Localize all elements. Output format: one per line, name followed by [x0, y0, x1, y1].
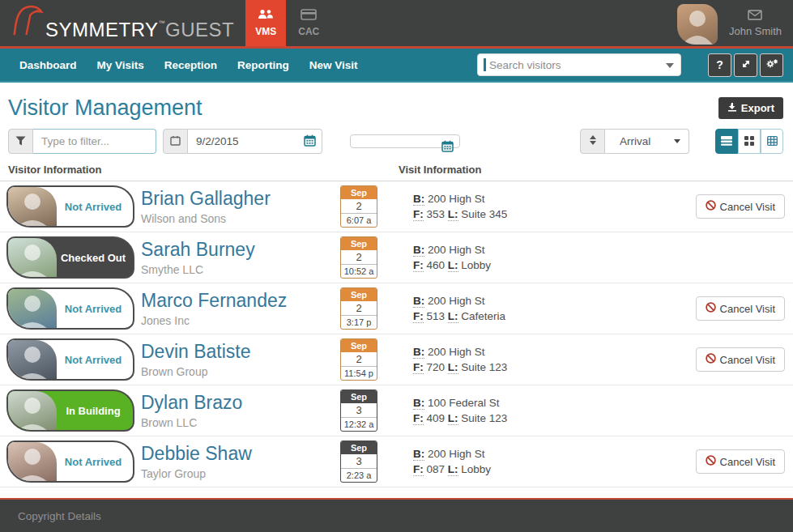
cancel-visit-button[interactable]: Cancel Visit [696, 347, 785, 372]
user-name: John Smith [729, 25, 782, 37]
ban-icon [706, 302, 716, 315]
visitor-name[interactable]: Sarah Burney [141, 239, 340, 260]
expand-icon [740, 58, 752, 72]
column-visit-information: Visit Information [399, 164, 481, 176]
visit-info: B: 200 High St F: 513 L: Cafeteria [386, 293, 678, 324]
visit-info: B: 200 High St F: 720 L: Suite 123 [386, 344, 678, 375]
ban-icon [706, 200, 716, 213]
visitor-status-badge: Not Arrived [6, 287, 134, 330]
visitor-name[interactable]: Dylan Brazo [141, 392, 340, 413]
visitor-name[interactable]: Brian Gallagher [141, 188, 340, 209]
table-row: In Building Dylan Brazo Brown LLC Sep 3 … [0, 385, 793, 436]
gears-icon [765, 58, 778, 72]
expand-button[interactable] [734, 53, 757, 77]
status-label: In Building [57, 391, 133, 430]
mail-icon [748, 9, 762, 23]
funnel-icon [15, 134, 26, 149]
view-list-button[interactable] [715, 129, 738, 154]
text-caret [484, 58, 486, 71]
calendar-icon [170, 134, 181, 149]
tab-vms[interactable]: VMS [245, 0, 286, 46]
table-view-icon [767, 134, 778, 149]
export-button[interactable]: Export [718, 97, 783, 119]
nav-item-reception[interactable]: Reception [164, 59, 217, 71]
ban-icon [706, 353, 716, 366]
table-row: Not Arrived Marco Fernandez Jones Inc Se… [0, 283, 793, 334]
users-icon [258, 9, 274, 23]
cancel-visit-button[interactable]: Cancel Visit [696, 296, 785, 321]
status-label: Not Arrived [57, 442, 133, 481]
download-icon [727, 102, 737, 114]
chevron-down-icon [674, 139, 680, 143]
table-row: Not Arrived Brian Gallagher Wilson and S… [0, 181, 793, 232]
brand: SYMMETRY™GUEST [0, 0, 245, 46]
visitor-company: Brown LLC [141, 416, 340, 429]
cancel-visit-button[interactable]: Cancel Visit [696, 194, 785, 219]
view-table-button[interactable] [761, 129, 783, 154]
status-label: Checked Out [57, 238, 133, 277]
view-toggle [715, 129, 783, 154]
visitor-name[interactable]: Devin Batiste [141, 341, 340, 362]
filter-input[interactable] [33, 129, 156, 154]
visitor-name[interactable]: Marco Fernandez [141, 290, 340, 311]
footer: Copyright Details [0, 498, 793, 532]
search-input[interactable] [477, 53, 681, 76]
date-badge: Sep 2 3:17 p [340, 287, 377, 330]
visitor-list: Not Arrived Brian Gallagher Wilson and S… [0, 181, 793, 487]
search-box [477, 53, 681, 76]
settings-button[interactable] [760, 53, 783, 77]
date-badge: Sep 2 10:52 a [340, 236, 377, 279]
date-badge: Sep 3 12:32 a [340, 389, 377, 432]
visit-info: B: 200 High St F: 460 L: Lobby [386, 242, 678, 273]
visitor-status-badge: Not Arrived [6, 440, 134, 483]
visitor-photo [8, 442, 57, 481]
nav-item-dashboard[interactable]: Dashboard [19, 59, 77, 71]
visitor-company: Taylor Group [141, 467, 340, 480]
user-menu[interactable]: John Smith [729, 9, 782, 37]
copyright-text: Copyright Details [18, 510, 101, 522]
visitor-company: Wilson and Sons [141, 212, 340, 225]
filter-button[interactable] [8, 129, 33, 154]
status-label: Not Arrived [57, 187, 133, 226]
visit-info: B: 100 Federal St F: 409 L: Suite 123 [386, 395, 678, 426]
cancel-visit-button[interactable]: Cancel Visit [696, 449, 785, 474]
list-view-icon [721, 134, 732, 149]
date-badge: Sep 3 2:23 a [340, 440, 377, 483]
date-badge: Sep 2 11:54 p [340, 338, 377, 381]
page-title: Visitor Management [8, 96, 203, 121]
module-tabs: VMS CAC [245, 0, 331, 46]
table-row: Not Arrived Debbie Shaw Taylor Group Sep… [0, 436, 793, 487]
help-button[interactable]: ? [708, 53, 731, 77]
visitor-status-badge: Not Arrived [6, 338, 134, 381]
visitor-status-badge: In Building [6, 389, 134, 432]
question-icon: ? [716, 58, 723, 71]
visitor-photo [8, 340, 57, 379]
calendar-picker-icon[interactable] [304, 134, 316, 150]
date-from-addon[interactable] [163, 129, 188, 154]
table-header: Visitor Information Visit Information [0, 164, 793, 181]
view-grid-button[interactable] [738, 129, 761, 154]
status-label: Not Arrived [57, 340, 133, 379]
brand-logo [8, 2, 45, 40]
visit-info: B: 200 High St F: 087 L: Lobby [386, 446, 678, 477]
filter-bar: Arrival [0, 129, 793, 164]
date-from-input[interactable] [188, 129, 322, 154]
visitor-status-badge: Not Arrived [6, 185, 134, 228]
tab-cac[interactable]: CAC [286, 0, 331, 46]
chevron-down-icon[interactable] [666, 63, 674, 68]
sort-select[interactable]: Arrival [605, 129, 689, 154]
table-row: Not Arrived Devin Batiste Brown Group Se… [0, 334, 793, 385]
visitor-photo [8, 187, 57, 226]
nav-item-new-visit[interactable]: New Visit [309, 59, 358, 71]
nav-item-reporting[interactable]: Reporting [237, 59, 289, 71]
table-row: Checked Out Sarah Burney Smythe LLC Sep … [0, 232, 793, 283]
calendar-picker-icon[interactable] [441, 140, 454, 155]
avatar[interactable] [677, 4, 718, 45]
visitor-status-badge: Checked Out [6, 236, 134, 279]
nav-item-my-visits[interactable]: My Visits [97, 59, 144, 71]
sort-direction-button[interactable] [580, 129, 605, 154]
visitor-company: Brown Group [141, 365, 340, 378]
content: Visitor Management Export [0, 83, 793, 498]
visitor-name[interactable]: Debbie Shaw [141, 443, 340, 464]
date-badge: Sep 2 6:07 a [340, 185, 377, 228]
